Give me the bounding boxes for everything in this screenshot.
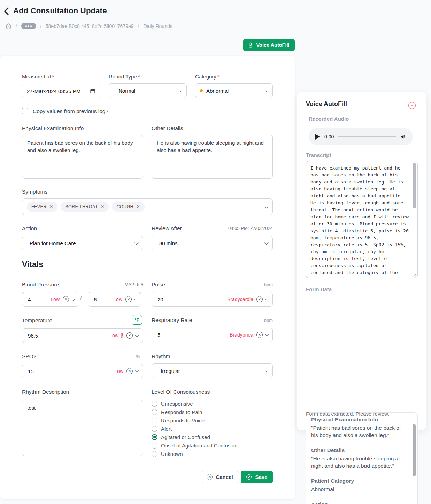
transcript-label: Transcript (306, 152, 331, 158)
volume-icon[interactable] (400, 134, 406, 140)
voice-autofill-label: Voice AutoFill (256, 42, 289, 48)
form-data-key: Patient Category (311, 478, 408, 484)
rhythm-value: Irregular (156, 368, 265, 374)
radio-icon[interactable] (152, 418, 157, 423)
chevron-down-icon (264, 241, 268, 245)
respiratory-rate-unit: bpm (221, 318, 273, 323)
radio-icon-selected[interactable] (152, 434, 157, 440)
radio-icon[interactable] (152, 451, 157, 457)
breadcrumb-ellipsis[interactable] (21, 23, 36, 29)
review-after-timestamp: 04:05 PM; 27/03/2024 (196, 226, 273, 231)
pulse-input[interactable]: 20 Bradycardia ✕ (152, 292, 273, 307)
transcript-textarea[interactable]: I have examined my patient and he has ba… (306, 161, 418, 278)
chevron-down-icon (135, 333, 139, 337)
radio-label: Unknown (161, 451, 183, 457)
radio-icon[interactable] (152, 426, 157, 432)
copy-previous-checkbox[interactable] (22, 108, 28, 114)
remove-tag-icon[interactable]: ✕ (50, 204, 53, 209)
calendar-icon[interactable] (90, 88, 95, 94)
rhythm-select[interactable]: Irregular (152, 363, 273, 378)
voice-panel-title: Voice AutoFill (306, 100, 347, 108)
measured-at-input[interactable]: 27-Mar-2024 03:35 PM (22, 84, 100, 98)
clear-value-icon[interactable]: ✕ (126, 332, 133, 339)
temperature-label: Temperature (22, 317, 52, 324)
remove-tag-icon[interactable]: ✕ (137, 204, 140, 209)
voice-autofill-button[interactable]: Voice AutoFill (243, 39, 295, 51)
radio-option[interactable]: Alert (152, 424, 237, 433)
scrollbar-thumb[interactable] (413, 424, 416, 476)
cancel-label: Cancel (216, 474, 233, 480)
radio-option[interactable]: Onset of Agitation and Confusion (152, 441, 237, 450)
radio-option[interactable]: Responds to Pain (152, 408, 237, 416)
radio-label: Agitated or Confused (161, 434, 210, 440)
radio-option[interactable]: Responds to Voice (152, 416, 237, 424)
consciousness-label: Level Of Consciousness (152, 389, 210, 395)
close-panel-icon[interactable]: ✕ (408, 102, 416, 109)
map-value: MAP: 5.3 (91, 282, 143, 287)
bp-diastolic-status: Low (113, 296, 122, 302)
radio-icon[interactable] (152, 409, 157, 415)
breadcrumb-separator: / (138, 23, 139, 29)
form-data-label: Form Data (306, 286, 332, 292)
breadcrumb: / / 58eb7dae B0c8 445f 8d2c 5ff0017679a9… (6, 23, 172, 29)
chevron-down-icon (178, 88, 182, 92)
clear-value-icon[interactable]: ✕ (256, 296, 263, 302)
resize-grip-icon[interactable] (413, 273, 417, 277)
symptoms-multiselect[interactable]: FEVER ✕ SORE THROAT ✕ COUGH ✕ (22, 198, 273, 215)
other-details-textarea[interactable]: He is also having trouble sleeping at ni… (152, 135, 273, 179)
action-label: Action (22, 225, 37, 232)
remove-tag-icon[interactable]: ✕ (101, 204, 105, 209)
respiratory-rate-input[interactable]: 5 Bradypnea ✕ (152, 328, 273, 342)
home-icon[interactable] (6, 23, 11, 29)
symptom-tag: SORE THROAT ✕ (61, 202, 109, 212)
pulse-value: 20 (157, 296, 227, 302)
form-data-value: "Patient has bad sores on the back of hi… (311, 424, 408, 439)
form-data-entry: Action Plan for Home Care (306, 497, 417, 504)
breadcrumb-separator: / (40, 23, 41, 29)
radio-option[interactable]: Unresponsive (152, 399, 237, 408)
audio-progress-bar[interactable] (338, 136, 396, 137)
temperature-input[interactable]: 96.5 Low ✕ (22, 328, 143, 343)
clear-value-icon[interactable]: ✕ (125, 296, 132, 302)
spo2-unit: % (87, 354, 140, 359)
vitals-heading: Vitals (22, 260, 43, 269)
symptom-tag: FEVER ✕ (27, 202, 57, 212)
rhythm-description-textarea[interactable]: test (22, 400, 143, 456)
temperature-value: 96.5 (28, 333, 109, 339)
form-data-status-text: Form data extracted. Please review. (306, 411, 389, 417)
radio-icon[interactable] (152, 401, 157, 407)
audio-player[interactable]: 0:00 (309, 128, 413, 145)
review-after-label: Review After (152, 225, 182, 232)
form-data-key: Other Details (311, 447, 408, 453)
temperature-unit-toggle[interactable]: °F (132, 315, 142, 325)
clear-value-icon[interactable]: ✕ (126, 368, 133, 374)
play-icon[interactable] (315, 134, 320, 140)
audio-time: 0:00 (324, 134, 334, 140)
radio-option-selected[interactable]: Agitated or Confused (152, 433, 237, 441)
scrollbar-thumb[interactable] (413, 163, 416, 208)
cancel-button[interactable]: ✕ Cancel (202, 471, 238, 483)
bp-diastolic-input[interactable]: 6 Low ✕ (88, 292, 141, 307)
form-data-value: "He is also having trouble sleeping at n… (311, 455, 408, 469)
category-select[interactable]: Abnormal (195, 83, 273, 98)
clear-value-icon[interactable]: ✕ (256, 332, 263, 338)
action-select[interactable]: Plan for Home Care (22, 236, 143, 250)
physical-exam-textarea[interactable]: Patient has bad sores on the back of his… (22, 135, 143, 179)
save-button[interactable]: Save (241, 471, 273, 483)
bp-separator: / (80, 295, 82, 302)
clear-value-icon[interactable]: ✕ (63, 296, 69, 302)
respiratory-rate-status: Bradypnea (230, 332, 253, 338)
bp-systolic-input[interactable]: 4 Low ✕ (22, 292, 78, 307)
round-type-select[interactable]: Normal (109, 83, 187, 98)
spo2-input[interactable]: 15 Low ✕ (22, 364, 143, 378)
breadcrumb-patient-id[interactable]: 58eb7dae B0c8 445f 8d2c 5ff0017679a9 (46, 23, 134, 29)
review-after-select[interactable]: 30 mins (152, 236, 273, 250)
symptom-tag-label: SORE THROAT (65, 204, 98, 209)
chevron-down-icon (71, 297, 75, 301)
radio-option[interactable]: Unknown (152, 450, 237, 458)
microphone-icon (248, 42, 253, 48)
consultation-form-card: Measured at* Round Type* Category* 27-Ma… (0, 56, 295, 499)
temperature-status: Low (109, 333, 118, 338)
radio-icon[interactable] (152, 443, 157, 449)
back-button[interactable] (3, 7, 10, 17)
